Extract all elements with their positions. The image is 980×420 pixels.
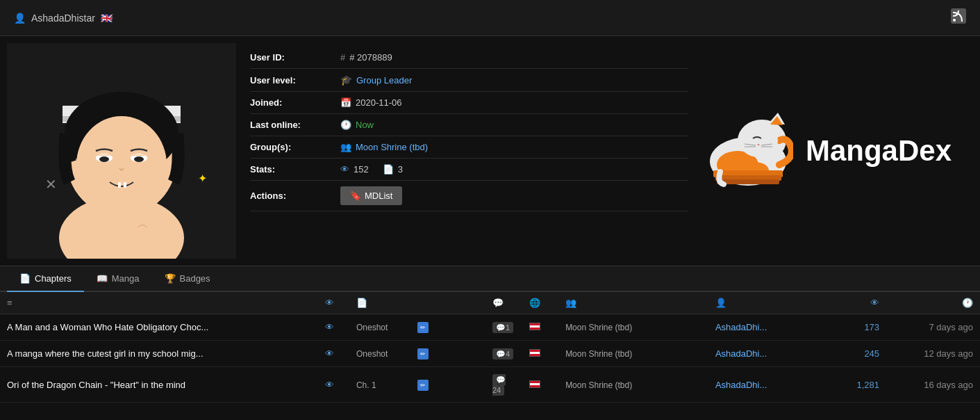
time-header-icon: 🕐: [962, 298, 973, 308]
time-ago: 12 days ago: [924, 348, 973, 359]
last-online-label: Last online:: [250, 120, 333, 130]
groups-row: Group(s): 👥 Moon Shrine (tbd): [250, 136, 688, 159]
eye-stats-icon: 👁: [340, 164, 349, 175]
comment-count[interactable]: 💬1: [492, 322, 513, 333]
svg-point-30: [739, 124, 778, 157]
chapters-tab-label: Chapters: [35, 273, 72, 284]
chapter-number[interactable]: Oneshot: [356, 323, 388, 332]
comment-count[interactable]: 💬4: [492, 348, 513, 360]
time-ago: 7 days ago: [929, 322, 973, 332]
comment-header-icon: 💬: [492, 298, 504, 308]
view-count: 245: [864, 348, 879, 359]
svg-rect-17: [118, 182, 121, 188]
views-cell: 1,281: [830, 367, 886, 403]
chapter-title-cell: A Man and a Woman Who Hate Obligatory Ch…: [0, 314, 318, 341]
svg-text:✦: ✦: [198, 172, 207, 184]
time-ago: 16 days ago: [924, 380, 973, 390]
stats-label: Stats:: [250, 164, 333, 175]
groups-value: 👥 Moon Shrine (tbd): [340, 142, 428, 152]
th-globe: 🌐: [522, 292, 559, 314]
list-icon: ≡: [7, 298, 13, 308]
uploader-link[interactable]: AshadaDhi...: [715, 322, 767, 332]
edit-cell: ✏: [410, 367, 485, 403]
group-cell: Moon Shrine (tbd): [558, 367, 708, 403]
user-level-value: 🎓 Group Leader: [340, 74, 412, 86]
language-flag: [529, 323, 540, 330]
chapter-title[interactable]: A manga where the cutest girl in my scho…: [7, 348, 204, 359]
chapter-title[interactable]: Ori of the Dragon Chain - "Heart" in the…: [7, 380, 185, 390]
chapter-number[interactable]: Oneshot: [356, 349, 388, 359]
joined-label: Joined:: [250, 97, 333, 108]
user-avatar: 月の祠: [7, 43, 236, 259]
rss-button[interactable]: [951, 8, 966, 27]
profile-section: 月の祠: [0, 36, 980, 266]
chapters-tbody: A Man and a Woman Who Hate Obligatory Ch…: [0, 314, 980, 403]
views-header-icon: 👁: [870, 298, 879, 308]
edit-icon[interactable]: ✏: [417, 322, 429, 333]
th-eye: 👁: [318, 292, 349, 314]
th-title: ≡: [0, 292, 318, 314]
views-cell: 173: [830, 314, 886, 341]
th-group-header: 👥: [558, 292, 708, 314]
group-name[interactable]: Moon Shrine (tbd): [565, 349, 632, 359]
comment-cell: 💬1: [485, 314, 522, 341]
svg-text:✕: ✕: [45, 177, 57, 192]
groups-label: Group(s):: [250, 142, 333, 152]
mdlist-icon: 🔖: [350, 191, 361, 201]
mdlist-button[interactable]: 🔖 MDList: [340, 186, 402, 205]
user-level-label: User level:: [250, 75, 333, 86]
comment-count[interactable]: 💬24: [492, 374, 506, 396]
top-navigation: 👤 AshadaDhistar 🇬🇧: [0, 0, 980, 36]
uploader-link[interactable]: AshadaDhi...: [715, 348, 767, 359]
stats-views: 152: [354, 164, 369, 175]
stats-row: Stats: 👁 152 📄 3: [250, 159, 688, 181]
user-id-label: User ID:: [250, 52, 333, 63]
chapter-title[interactable]: A Man and a Woman Who Hate Obligatory Ch…: [7, 322, 208, 332]
group-name[interactable]: Moon Shrine (tbd): [565, 323, 632, 332]
chapter-title-cell: Ori of the Dragon Chain - "Heart" in the…: [0, 367, 318, 403]
chapter-eye-cell: 👁: [318, 341, 349, 367]
table-row: A manga where the cutest girl in my scho…: [0, 341, 980, 367]
edit-icon[interactable]: ✏: [417, 348, 429, 360]
tab-manga[interactable]: 📖 Manga: [84, 266, 152, 292]
user-id-value: # # 2078889: [340, 52, 392, 63]
group-name[interactable]: Moon Shrine (tbd): [565, 380, 632, 390]
username[interactable]: AshadaDhistar: [31, 13, 95, 24]
page-header-icon: 📄: [356, 298, 367, 308]
manga-tab-icon: 📖: [97, 273, 108, 284]
mangadex-brand: MangaDex: [703, 109, 952, 193]
language-flag: [529, 349, 540, 357]
tab-badges[interactable]: 🏆 Badges: [152, 266, 223, 292]
th-page: 📄: [349, 292, 410, 314]
uploader-link[interactable]: AshadaDhi...: [715, 380, 767, 390]
mangadex-logo-area: MangaDex: [688, 43, 966, 259]
actions-label: Actions:: [250, 191, 333, 201]
comment-cell: 💬4: [485, 341, 522, 367]
country-flag: 🇬🇧: [101, 13, 113, 24]
chapters-tab-icon: 📄: [19, 273, 31, 284]
svg-point-16: [134, 156, 144, 162]
calendar-icon: 📅: [340, 97, 351, 108]
manga-tab-label: Manga: [112, 273, 140, 284]
th-uploader: 👤: [708, 292, 830, 314]
stats-value: 👁 152 📄 3: [340, 164, 410, 175]
group-icon: 👥: [340, 142, 351, 152]
tabs-row: 📄 Chapters 📖 Manga 🏆 Badges: [0, 266, 980, 292]
th-views: 👁: [830, 292, 886, 314]
chapter-eye-cell: 👁: [318, 314, 349, 341]
badges-tab-icon: 🏆: [165, 273, 176, 284]
time-cell: 7 days ago: [886, 314, 980, 341]
chapter-number[interactable]: Ch. 1: [356, 380, 376, 390]
time-cell: 12 days ago: [886, 341, 980, 367]
table-row: Ori of the Dragon Chain - "Heart" in the…: [0, 367, 980, 403]
svg-rect-21: [138, 220, 148, 234]
language-flag: [529, 380, 540, 388]
chapter-stats-icon: 📄: [383, 164, 394, 175]
tab-chapters[interactable]: 📄 Chapters: [7, 266, 84, 292]
header-row: ≡ 👁 📄 💬 🌐 👥 👤 👁: [0, 292, 980, 314]
edit-icon[interactable]: ✏: [417, 380, 429, 391]
stats-chapters: 3: [398, 164, 403, 175]
eye-row-icon: 👁: [325, 322, 334, 332]
chapters-table: ≡ 👁 📄 💬 🌐 👥 👤 👁: [0, 292, 980, 403]
user-level-row: User level: 🎓 Group Leader: [250, 69, 688, 92]
